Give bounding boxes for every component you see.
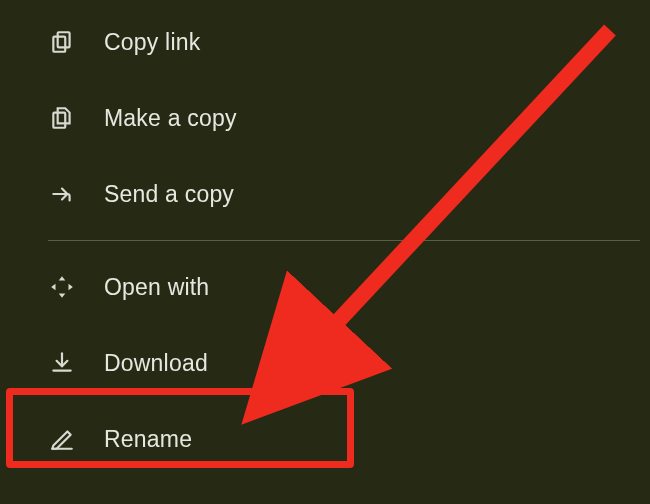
menu-item-rename[interactable]: Rename (0, 401, 650, 477)
svg-rect-0 (58, 32, 70, 47)
menu-divider (48, 240, 640, 241)
svg-marker-3 (59, 276, 66, 280)
context-menu: Copy link Make a copy Send a copy (0, 0, 650, 477)
menu-label: Send a copy (104, 181, 234, 208)
send-copy-icon (48, 180, 76, 208)
menu-item-make-copy[interactable]: Make a copy (0, 80, 650, 156)
copy-link-icon (48, 28, 76, 56)
rename-icon (48, 425, 76, 453)
download-icon (48, 349, 76, 377)
svg-rect-1 (53, 37, 65, 52)
menu-label: Make a copy (104, 105, 237, 132)
open-with-icon (48, 273, 76, 301)
menu-item-copy-link[interactable]: Copy link (0, 4, 650, 80)
menu-label: Open with (104, 274, 209, 301)
svg-rect-2 (53, 113, 65, 128)
svg-marker-6 (69, 284, 73, 291)
menu-label: Rename (104, 426, 192, 453)
make-copy-icon (48, 104, 76, 132)
menu-label: Copy link (104, 29, 200, 56)
menu-item-open-with[interactable]: Open with (0, 249, 650, 325)
svg-marker-4 (59, 294, 66, 298)
menu-item-send-copy[interactable]: Send a copy (0, 156, 650, 232)
menu-item-download[interactable]: Download (0, 325, 650, 401)
menu-label: Download (104, 350, 208, 377)
svg-marker-5 (51, 284, 55, 291)
